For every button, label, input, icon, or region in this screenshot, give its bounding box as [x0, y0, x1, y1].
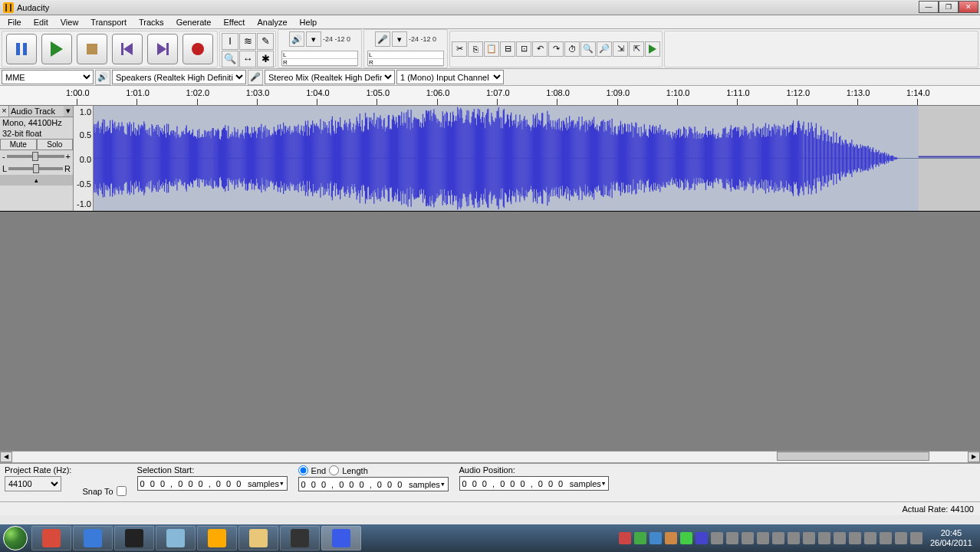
tray-icon[interactable] — [880, 532, 892, 544]
scroll-thumb[interactable] — [777, 452, 929, 461]
menu-help[interactable]: Help — [294, 17, 324, 28]
pan-slider[interactable] — [8, 167, 63, 170]
minimize-button[interactable]: — — [919, 1, 939, 13]
taskbar-app-chrome[interactable] — [31, 526, 71, 550]
taskbar-clock[interactable]: 20:45 26/04/2011 — [926, 528, 977, 548]
redo-button[interactable]: ↷ — [548, 41, 564, 57]
tray-icon[interactable] — [649, 532, 662, 544]
start-button[interactable] — [0, 524, 31, 552]
record-button[interactable] — [183, 34, 213, 64]
taskbar-app-movie[interactable] — [114, 526, 154, 550]
tray-icon[interactable] — [619, 532, 631, 544]
copy-button[interactable]: ⎘ — [468, 41, 483, 57]
tray-icon[interactable] — [818, 532, 830, 544]
taskbar-app-audacity[interactable] — [197, 526, 237, 550]
tray-icon[interactable] — [910, 532, 922, 544]
play-at-speed-button[interactable] — [645, 41, 660, 57]
collapse-row[interactable]: ▴ — [0, 175, 73, 186]
speaker-icon[interactable]: 🔊 — [289, 31, 304, 47]
length-radio[interactable] — [329, 465, 339, 475]
tray-icon[interactable] — [834, 532, 846, 544]
close-button[interactable]: ✕ — [959, 1, 978, 13]
tray-icon[interactable] — [696, 532, 708, 544]
skip-end-button[interactable] — [147, 34, 178, 64]
end-radio[interactable] — [298, 465, 308, 475]
input-channels-select[interactable]: 1 (Mono) Input Channel — [396, 70, 504, 84]
tray-icon[interactable] — [665, 532, 677, 544]
playback-meter[interactable]: L R — [281, 51, 358, 66]
tray-icon[interactable] — [634, 532, 646, 544]
track-name[interactable]: Audio Track — [9, 106, 64, 117]
scroll-left-button[interactable]: ◀ — [0, 452, 12, 462]
mic-icon[interactable]: 🎤 — [375, 31, 390, 47]
silence-button[interactable]: ⊡ — [516, 41, 531, 57]
trim-button[interactable]: ⊟ — [500, 41, 515, 57]
tray-icon[interactable] — [788, 532, 800, 544]
track-menu-dropdown[interactable]: ▾ — [64, 106, 73, 117]
gain-slider[interactable] — [7, 155, 64, 158]
zoom-tool[interactable]: 🔍 — [222, 51, 238, 67]
host-api-select[interactable]: MME — [2, 70, 94, 84]
taskbar-app-ie[interactable] — [73, 526, 113, 550]
pause-button[interactable] — [6, 34, 37, 64]
taskbar-app-camtasia[interactable] — [321, 526, 361, 550]
meter-dropdown-icon[interactable]: ▾ — [392, 31, 407, 47]
taskbar-app-folder[interactable] — [238, 526, 278, 550]
tray-icon[interactable] — [849, 532, 861, 544]
tray-icon[interactable] — [772, 532, 784, 544]
audio-position-field[interactable]: 0 0 0 , 0 0 0 , 0 0 0 samples▾ — [459, 476, 610, 491]
tray-icon[interactable] — [757, 532, 769, 544]
input-device-select[interactable]: Stereo Mix (Realtek High Definit — [265, 70, 395, 84]
sync-lock-button[interactable]: ⏱ — [564, 41, 580, 57]
system-tray: 20:45 26/04/2011 — [619, 528, 980, 548]
menu-generate[interactable]: Generate — [170, 17, 218, 28]
zoom-in-button[interactable]: 🔍 — [580, 41, 596, 57]
menu-file[interactable]: File — [2, 17, 28, 28]
fit-project-button[interactable]: ⇱ — [629, 41, 644, 57]
snap-to-checkbox[interactable] — [117, 486, 127, 496]
menu-tracks[interactable]: Tracks — [133, 17, 170, 28]
selection-end-field[interactable]: 0 0 0 , 0 0 0 , 0 0 0 samples▾ — [298, 477, 449, 491]
meter-dropdown-icon[interactable]: ▾ — [306, 31, 321, 47]
envelope-tool[interactable]: ≋ — [239, 33, 256, 50]
stop-button[interactable] — [77, 34, 107, 64]
timeshift-tool[interactable]: ↔ — [239, 51, 256, 67]
tray-icon[interactable] — [742, 532, 754, 544]
multi-tool[interactable]: ✱ — [257, 51, 274, 67]
skip-start-button[interactable] — [112, 34, 143, 64]
cut-button[interactable]: ✂ — [452, 41, 467, 57]
track-close-button[interactable]: × — [0, 106, 9, 117]
horizontal-scrollbar[interactable]: ◀ ▶ — [0, 451, 980, 463]
selection-tool[interactable]: I — [222, 33, 238, 50]
zoom-out-button[interactable]: 🔎 — [597, 41, 612, 57]
record-meter[interactable]: L R — [367, 51, 444, 66]
fit-selection-button[interactable]: ⇲ — [613, 41, 628, 57]
maximize-button[interactable]: ❐ — [939, 1, 959, 13]
selection-start-field[interactable]: 0 0 0 , 0 0 0 , 0 0 0 samples▾ — [137, 476, 288, 491]
tray-icon[interactable] — [726, 532, 738, 544]
play-button[interactable] — [41, 34, 72, 64]
menu-analyze[interactable]: Analyze — [251, 17, 293, 28]
paste-button[interactable]: 📋 — [484, 41, 499, 57]
menu-edit[interactable]: Edit — [28, 17, 54, 28]
tray-icon[interactable] — [803, 532, 815, 544]
menu-transport[interactable]: Transport — [84, 17, 133, 28]
tray-icon[interactable] — [864, 532, 876, 544]
timeline-ruler[interactable]: 1:00.01:01.01:02.01:03.01:04.01:05.01:06… — [0, 86, 980, 106]
solo-button[interactable]: Solo — [37, 139, 74, 150]
tray-icon[interactable] — [895, 532, 907, 544]
scroll-track[interactable] — [12, 452, 968, 462]
tray-icon[interactable] — [711, 532, 723, 544]
mute-button[interactable]: Mute — [0, 139, 37, 150]
taskbar-app-cmd[interactable] — [280, 526, 320, 550]
project-rate-select[interactable]: 44100 — [5, 476, 61, 491]
undo-button[interactable]: ↶ — [532, 41, 548, 57]
menu-effect[interactable]: Effect — [218, 17, 252, 28]
tray-icon[interactable] — [680, 532, 692, 544]
taskbar-app-notepad[interactable] — [156, 526, 196, 550]
waveform-display[interactable] — [94, 106, 980, 211]
output-device-select[interactable]: Speakers (Realtek High Definiti — [112, 70, 246, 84]
draw-tool[interactable]: ✎ — [257, 33, 274, 50]
menu-view[interactable]: View — [54, 17, 85, 28]
scroll-right-button[interactable]: ▶ — [968, 452, 980, 462]
